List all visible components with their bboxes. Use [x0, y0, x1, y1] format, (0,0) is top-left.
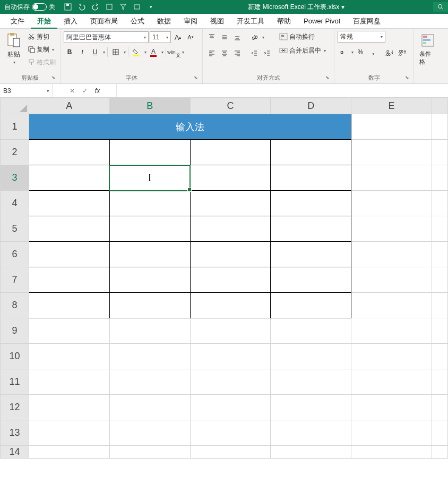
cell-partial[interactable] — [432, 114, 448, 140]
tab-file[interactable]: 文件 — [4, 14, 31, 29]
cell-a12[interactable] — [29, 395, 109, 420]
orientation-button[interactable]: ab — [248, 31, 260, 43]
cancel-icon[interactable]: ✕ — [70, 87, 75, 95]
increase-indent-button[interactable] — [261, 47, 273, 59]
col-header-e[interactable]: E — [351, 98, 432, 114]
font-color-button[interactable]: A — [148, 46, 159, 58]
accounting-format-button[interactable]: ¤ — [338, 46, 349, 58]
qat-dropdown-icon[interactable]: ▾ — [147, 3, 155, 11]
cell-partial[interactable] — [432, 165, 448, 191]
row-header-6[interactable]: 6 — [1, 242, 29, 267]
cell-a8[interactable] — [29, 293, 109, 318]
cell-a13[interactable] — [29, 420, 109, 446]
cut-button[interactable]: 剪切 — [27, 31, 57, 43]
cell-a4[interactable] — [29, 191, 109, 216]
cell-partial[interactable] — [432, 318, 448, 344]
row-header-13[interactable]: 13 — [1, 420, 29, 446]
cell-d11[interactable] — [271, 369, 351, 395]
redo-icon[interactable] — [91, 3, 100, 11]
fill-color-button[interactable] — [131, 46, 142, 58]
cell-partial[interactable] — [432, 242, 448, 267]
align-right-button[interactable] — [231, 47, 243, 59]
cell-d9[interactable] — [271, 318, 351, 344]
font-size-select[interactable]: 11 ▾ — [150, 31, 171, 43]
autosave-toggle[interactable]: 自动保存 关 — [0, 3, 59, 12]
row-header-14[interactable]: 14 — [1, 446, 29, 459]
save-icon[interactable] — [64, 3, 72, 11]
underline-button[interactable]: U — [89, 46, 101, 58]
cell-e8[interactable] — [351, 293, 432, 318]
cell-e7[interactable] — [351, 267, 432, 293]
col-header-b[interactable]: B — [109, 98, 190, 114]
cell-a3[interactable] — [29, 165, 109, 191]
italic-button[interactable]: I — [76, 46, 88, 58]
tab-help[interactable]: 帮助 — [271, 14, 297, 29]
cell-a1-merged[interactable]: 输入法 — [29, 114, 351, 140]
copy-button[interactable]: 复制 ▾ — [27, 44, 57, 55]
borders-button[interactable] — [110, 46, 122, 58]
tab-data[interactable]: 数据 — [151, 14, 177, 29]
cell-partial[interactable] — [432, 446, 448, 459]
cell-a11[interactable] — [29, 369, 109, 395]
chevron-down-icon[interactable]: ▾ — [182, 50, 184, 55]
cell-e11[interactable] — [351, 369, 432, 395]
cell-c12[interactable] — [190, 395, 271, 420]
tab-insert[interactable]: 插入 — [57, 14, 84, 29]
dialog-launcher-icon[interactable]: ⬊ — [193, 75, 199, 81]
tab-layout[interactable]: 页面布局 — [84, 14, 124, 29]
cell-d12[interactable] — [271, 395, 351, 420]
name-box[interactable]: B3 ▾ — [0, 84, 53, 97]
cell-d10[interactable] — [271, 344, 351, 369]
decrease-font-button[interactable]: A▾ — [185, 31, 196, 43]
col-header-c[interactable]: C — [190, 98, 271, 114]
row-header-2[interactable]: 2 — [1, 140, 29, 165]
cell-partial[interactable] — [432, 293, 448, 318]
qat-icon-1[interactable] — [105, 3, 114, 11]
cell-partial[interactable] — [432, 420, 448, 446]
tab-dev[interactable]: 开发工具 — [230, 14, 271, 29]
cell-partial[interactable] — [432, 216, 448, 242]
cell-d13[interactable] — [271, 420, 351, 446]
format-painter-button[interactable]: 格式刷 — [27, 56, 57, 68]
cell-b11[interactable] — [109, 369, 190, 395]
cell-b13[interactable] — [109, 420, 190, 446]
cell-e1[interactable] — [351, 114, 432, 140]
cell-partial[interactable] — [432, 369, 448, 395]
chevron-down-icon[interactable]: ▾ — [124, 50, 126, 55]
cell-a10[interactable] — [29, 344, 109, 369]
decrease-indent-button[interactable] — [248, 47, 260, 59]
tab-formula[interactable]: 公式 — [124, 14, 151, 29]
select-all-corner[interactable] — [1, 98, 29, 114]
chevron-down-icon[interactable]: ▾ — [47, 88, 49, 94]
cell-c5[interactable] — [190, 216, 271, 242]
cell-a5[interactable] — [29, 216, 109, 242]
cell-c8[interactable] — [190, 293, 271, 318]
search-box[interactable] — [433, 2, 448, 12]
cell-c11[interactable] — [190, 369, 271, 395]
cell-b9[interactable] — [109, 318, 190, 344]
tab-baidu[interactable]: 百度网盘 — [347, 14, 387, 29]
col-header-a[interactable]: A — [29, 98, 109, 114]
cell-a9[interactable] — [29, 318, 109, 344]
enter-icon[interactable]: ✓ — [82, 87, 88, 95]
row-header-1[interactable]: 1 — [1, 114, 29, 140]
row-header-12[interactable]: 12 — [1, 395, 29, 420]
chevron-down-icon[interactable]: ▾ — [103, 50, 105, 55]
cell-d7[interactable] — [271, 267, 351, 293]
cell-c7[interactable] — [190, 267, 271, 293]
document-title[interactable]: 新建 Microsoft Excel 工作表.xlsx ▾ — [159, 3, 433, 12]
tab-home[interactable]: 开始 — [31, 14, 57, 29]
dialog-launcher-icon[interactable]: ⬊ — [324, 75, 331, 81]
cell-e5[interactable] — [351, 216, 432, 242]
cell-e6[interactable] — [351, 242, 432, 267]
cell-c13[interactable] — [190, 420, 271, 446]
cell-c4[interactable] — [190, 191, 271, 216]
cell-partial[interactable] — [432, 191, 448, 216]
row-header-8[interactable]: 8 — [1, 293, 29, 318]
cell-c9[interactable] — [190, 318, 271, 344]
chevron-down-icon[interactable]: ▾ — [161, 50, 163, 55]
dialog-launcher-icon[interactable]: ⬊ — [404, 75, 410, 81]
undo-icon[interactable] — [77, 3, 86, 11]
cell-c10[interactable] — [190, 344, 271, 369]
cell-e10[interactable] — [351, 344, 432, 369]
